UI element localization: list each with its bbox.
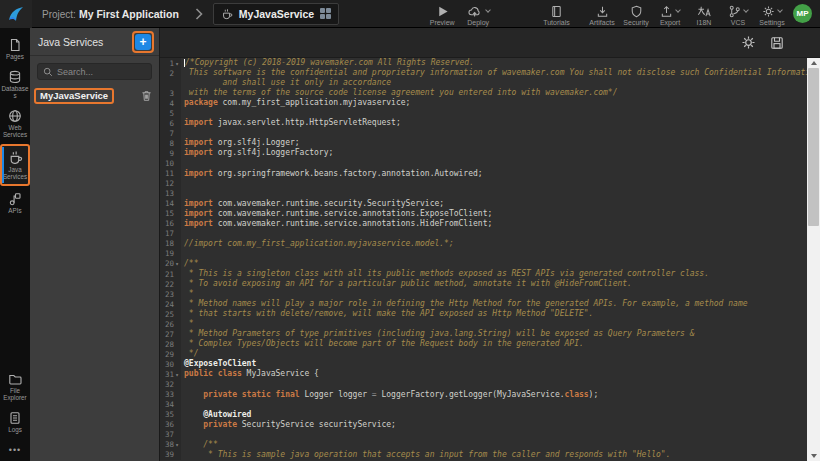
code-line: 35 @Autowired <box>160 410 807 420</box>
code-text[interactable]: * This is a singleton class with all its… <box>181 269 807 279</box>
settings-label: Settings <box>759 19 784 26</box>
code-line: 31▾public class MyJavaService { <box>160 369 807 379</box>
code-text[interactable]: import org.springframework.beans.factory… <box>181 169 807 179</box>
wavemaker-logo[interactable] <box>0 0 32 28</box>
caret-down-icon[interactable] <box>485 7 491 13</box>
code-text[interactable]: * Complex Types/Objects will become part… <box>181 339 807 349</box>
tutorials-button[interactable]: Tutorials <box>543 1 570 26</box>
trash-icon[interactable] <box>141 90 152 102</box>
code-text[interactable]: and shall use it only in accordance <box>181 78 807 88</box>
fold-toggle-icon[interactable]: ▾ <box>174 260 180 267</box>
caret-down-icon[interactable] <box>777 7 783 13</box>
editor-scrollbar[interactable] <box>807 58 820 461</box>
line-number: 19 <box>160 249 181 259</box>
scroll-down-icon[interactable] <box>807 451 820 461</box>
code-text[interactable]: private static final Logger logger = Log… <box>181 390 807 400</box>
code-text[interactable]: @ExposeToClient <box>181 359 807 369</box>
grid-icon[interactable] <box>320 8 331 19</box>
add-service-button[interactable]: + <box>135 34 151 50</box>
sidebar-item-label: Pages <box>0 53 30 60</box>
fold-toggle-icon[interactable]: ▾ <box>174 441 180 448</box>
sidebar-item-logs[interactable]: Logs <box>0 407 30 437</box>
fold-toggle-icon[interactable]: ▾ <box>174 371 180 378</box>
vcs-button[interactable]: VCS <box>725 1 751 26</box>
code-text[interactable]: * that starts with delete/remove, will m… <box>181 309 807 319</box>
sidebar-item-file-explorer[interactable]: File Explorer <box>0 368 30 405</box>
code-text[interactable]: * This is sample java operation that acc… <box>181 450 807 460</box>
scrollbar-thumb[interactable] <box>808 68 819 226</box>
code-line: 10 <box>160 158 807 168</box>
more-options-button[interactable]: ••• <box>9 439 21 461</box>
code-line: 22 * To avoid exposing an API for a part… <box>160 279 807 289</box>
sidebar-item-web-services[interactable]: Web Services <box>0 105 30 142</box>
sidebar-item-pages[interactable]: Pages <box>0 34 30 64</box>
line-number: 38▾ <box>160 440 181 450</box>
code-text[interactable]: This software is the confidential and pr… <box>181 68 807 78</box>
code-line: 23 * <box>160 289 807 299</box>
deploy-button[interactable]: Deploy <box>465 1 491 26</box>
search-input[interactable] <box>57 67 147 77</box>
preview-button[interactable]: Preview <box>429 1 455 26</box>
settings-button[interactable]: Settings <box>759 1 785 26</box>
caret-down-icon[interactable] <box>743 7 749 13</box>
save-button[interactable] <box>770 36 784 50</box>
caret-down-icon[interactable] <box>675 7 681 13</box>
security-button[interactable]: Security <box>623 1 649 26</box>
line-number: 34 <box>160 400 181 410</box>
code-line: 20▾/** <box>160 259 807 269</box>
line-number: 6 <box>160 118 181 128</box>
code-text[interactable]: * To avoid exposing an API for a particu… <box>181 279 807 289</box>
code-text[interactable]: * <box>181 289 807 299</box>
code-text[interactable]: * <box>181 319 807 329</box>
code-text[interactable]: /** <box>181 440 807 450</box>
code-area[interactable]: 1▾/*Copyright (c) 2018-2019 wavemaker.co… <box>160 58 807 461</box>
line-number <box>160 78 181 88</box>
code-text[interactable]: //import com.my_first_application.myjava… <box>181 239 807 249</box>
scroll-up-icon[interactable] <box>807 58 820 68</box>
code-text[interactable]: package com.my_first_application.myjavas… <box>181 98 807 108</box>
code-text[interactable]: import com.wavemaker.runtime.security.Se… <box>181 199 807 209</box>
code-text[interactable]: */ <box>181 349 807 359</box>
line-number: 11 <box>160 169 181 179</box>
tab-myjavaservice[interactable]: MyJavaService <box>213 3 339 25</box>
artifacts-button[interactable]: Artifacts <box>589 1 615 26</box>
line-number: 17 <box>160 229 181 239</box>
code-line: 13 <box>160 189 807 199</box>
export-button[interactable]: Export <box>657 1 683 26</box>
sidebar-item-apis[interactable]: APIs <box>0 188 30 218</box>
sidebar-item-label: Web Services <box>0 124 30 138</box>
project-name[interactable]: My First Application <box>79 8 179 20</box>
code-line: 27 * Method Parameters of type primitive… <box>160 329 807 339</box>
code-text[interactable]: /*Copyright (c) 2018-2019 wavemaker.com … <box>181 58 807 68</box>
service-name[interactable]: MyJavaService <box>34 88 114 104</box>
sidebar-item-databases[interactable]: Databases <box>0 66 30 103</box>
code-text[interactable]: public class MyJavaService { <box>181 369 807 379</box>
chevron-right-icon[interactable] <box>195 8 203 20</box>
code-text[interactable]: import com.wavemaker.runtime.service.ann… <box>181 219 807 229</box>
panel-title: Java Services <box>38 36 103 48</box>
code-text[interactable]: with the terms of the source code licens… <box>181 88 807 98</box>
i18n-button[interactable]: I18N <box>691 1 717 26</box>
artifacts-label: Artifacts <box>589 19 614 26</box>
editor-settings-button[interactable] <box>741 35 756 50</box>
code-line: 2 This software is the confidential and … <box>160 68 807 78</box>
code-text[interactable]: import com.wavemaker.runtime.service.ann… <box>181 209 807 219</box>
service-list-item[interactable]: MyJavaService <box>30 86 159 105</box>
code-text[interactable]: import org.slf4j.Logger; <box>181 138 807 148</box>
avatar[interactable]: MP <box>793 4 812 23</box>
fold-toggle-icon[interactable]: ▾ <box>174 60 180 67</box>
code-text[interactable]: import javax.servlet.http.HttpServletReq… <box>181 118 807 128</box>
code-text[interactable]: * Method Parameters of type primitives (… <box>181 329 807 339</box>
code-text[interactable]: * Method names will play a major role in… <box>181 299 807 309</box>
line-number: 14 <box>160 199 181 209</box>
code-text[interactable]: import org.slf4j.LoggerFactory; <box>181 148 807 158</box>
code-text[interactable]: /** <box>181 259 807 269</box>
i18n-label: I18N <box>697 19 712 26</box>
line-number: 22 <box>160 279 181 289</box>
code-line: and shall use it only in accordance <box>160 78 807 88</box>
code-text[interactable]: private SecurityService securityService; <box>181 420 807 430</box>
code-text[interactable]: @Autowired <box>181 410 807 420</box>
code-line: 24 * Method names will play a major role… <box>160 299 807 309</box>
line-number: 13 <box>160 189 181 199</box>
sidebar-item-java-services[interactable]: Java Services <box>0 144 30 186</box>
